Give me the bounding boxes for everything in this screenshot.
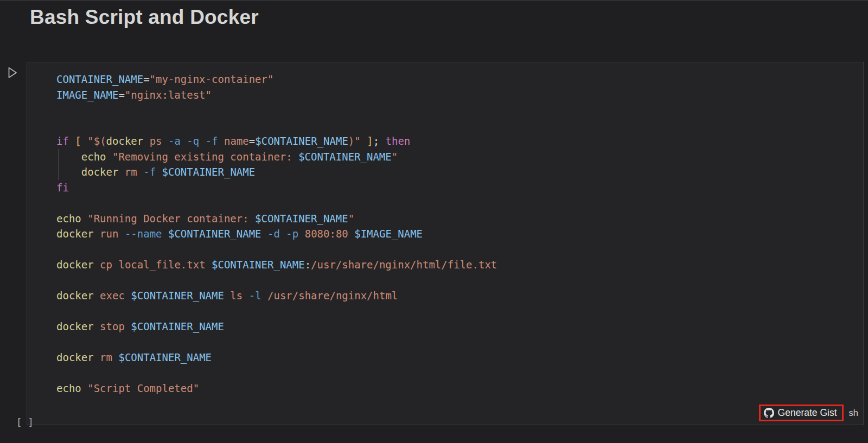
code-line: docker rm $CONTAINER_NAME — [56, 350, 863, 365]
code-line: fi — [56, 180, 863, 196]
language-label: sh — [849, 408, 858, 418]
annotation-highlight-box: Generate Gist — [759, 405, 844, 421]
code-lines: CONTAINER_NAME="my-nginx-container"IMAGE… — [27, 62, 863, 396]
code-line: docker run --name $CONTAINER_NAME -d -p … — [56, 226, 863, 242]
brackets-icon: [ ] — [16, 416, 34, 428]
github-icon — [764, 408, 774, 418]
indent-guide — [58, 164, 59, 180]
code-line: if [ "$(docker ps -a -q -f name=$CONTAIN… — [56, 133, 863, 149]
play-icon — [8, 73, 18, 81]
code-line — [56, 118, 863, 134]
code-line — [56, 335, 863, 350]
code-line: docker exec $CONTAINER_NAME ls -l /usr/s… — [56, 288, 863, 304]
collapse-cell-button[interactable]: [ ] — [4, 405, 34, 428]
code-line: IMAGE_NAME="nginx:latest" — [56, 87, 863, 103]
run-cell-button[interactable] — [7, 66, 18, 80]
code-line — [56, 304, 863, 319]
code-editor[interactable]: CONTAINER_NAME="my-nginx-container"IMAGE… — [27, 62, 864, 425]
code-line: echo "Script Completed" — [56, 381, 863, 396]
code-line — [56, 242, 863, 258]
code-line: echo "Removing existing container: $CONT… — [56, 149, 863, 165]
code-line: docker stop $CONTAINER_NAME — [56, 319, 863, 335]
page-title: Bash Script and Docker — [30, 6, 259, 29]
code-line: docker cp local_file.txt $CONTAINER_NAME… — [56, 257, 863, 273]
code-line — [56, 102, 863, 118]
indent-guide — [58, 149, 59, 165]
page: { "page": { "title": "Bash Script and Do… — [0, 0, 868, 443]
generate-gist-button[interactable]: Generate Gist — [764, 407, 837, 419]
code-line — [56, 273, 863, 288]
code-line: docker rm -f $CONTAINER_NAME — [56, 164, 863, 180]
code-line — [56, 195, 863, 211]
code-line: CONTAINER_NAME="my-nginx-container" — [56, 72, 863, 87]
generate-gist-label: Generate Gist — [778, 407, 837, 419]
gist-row: Generate Gist sh — [759, 405, 859, 421]
code-line — [56, 365, 863, 381]
code-line: echo "Running Docker container: $CONTAIN… — [56, 211, 863, 227]
